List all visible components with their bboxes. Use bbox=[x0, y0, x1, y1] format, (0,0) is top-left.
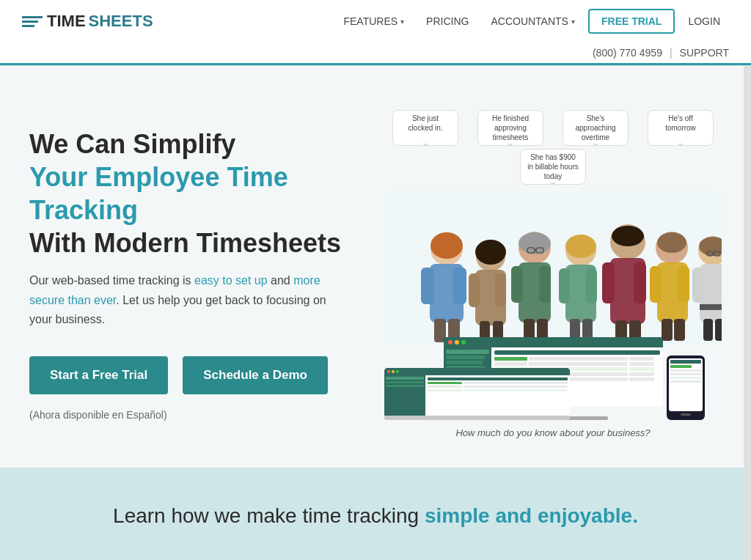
chevron-down-icon: ▾ bbox=[400, 18, 404, 26]
svg-rect-12 bbox=[495, 273, 506, 307]
bubble-3: She's approaching overtime bbox=[563, 110, 629, 146]
separator: | bbox=[670, 47, 673, 59]
devices-caption: How much do you know about your business… bbox=[455, 427, 650, 438]
nav-secondary: (800) 770 4959 | SUPPORT bbox=[0, 43, 751, 65]
svg-rect-35 bbox=[602, 262, 615, 303]
scrollbar[interactable] bbox=[744, 0, 751, 560]
calendar-clock-icon bbox=[452, 557, 487, 560]
hero-description: Our web-based time tracking is easy to s… bbox=[29, 271, 337, 329]
svg-rect-52 bbox=[692, 268, 703, 303]
logo-text-sheets: SHEETS bbox=[89, 12, 153, 31]
svg-rect-21 bbox=[511, 266, 523, 303]
svg-point-40 bbox=[657, 232, 686, 253]
bubble-5: She has $900 in billable hours today bbox=[520, 149, 586, 185]
svg-rect-28 bbox=[559, 268, 570, 303]
logo-text-time: TIME bbox=[47, 12, 86, 31]
svg-rect-42 bbox=[650, 266, 662, 303]
spanish-note: (Ahora disponible en Español) bbox=[29, 409, 355, 421]
logo-icon bbox=[22, 10, 43, 33]
bubble-2: He finished approving timesheets bbox=[477, 110, 543, 146]
nav-features[interactable]: FEATURES ▾ bbox=[334, 10, 413, 33]
svg-point-2 bbox=[431, 232, 463, 259]
logo[interactable]: TIMESHEETS bbox=[22, 10, 153, 33]
user-icon bbox=[358, 557, 393, 560]
top-navigation: TIMESHEETS FEATURES ▾ PRICING ACCOUNTANT… bbox=[0, 0, 751, 66]
bottom-section: Learn how we make time tracking simple a… bbox=[0, 468, 751, 560]
easy-setup-link[interactable]: easy to set up bbox=[194, 274, 268, 287]
svg-rect-11 bbox=[469, 273, 480, 307]
nav-pricing[interactable]: PRICING bbox=[417, 10, 477, 33]
hero-section: We Can Simplify Your Employee Time Track… bbox=[0, 66, 751, 468]
free-trial-button[interactable]: FREE TRIAL bbox=[588, 9, 675, 34]
hero-title: We Can Simplify Your Employee Time Track… bbox=[29, 128, 355, 259]
feature-item-2 bbox=[358, 557, 393, 560]
people-illustration bbox=[384, 191, 722, 345]
chevron-down-icon-2: ▾ bbox=[571, 18, 575, 26]
speech-bubbles-container: She just clocked in. He finished approvi… bbox=[384, 110, 722, 185]
svg-rect-53 bbox=[700, 304, 722, 310]
svg-rect-36 bbox=[634, 262, 646, 303]
start-trial-button[interactable]: Start a Free Trial bbox=[29, 356, 168, 394]
hero-buttons: Start a Free Trial Schedule a Demo bbox=[29, 356, 355, 394]
svg-point-33 bbox=[612, 226, 644, 246]
hero-content-right: She just clocked in. He finished approvi… bbox=[384, 110, 722, 438]
support-link[interactable]: SUPPORT bbox=[680, 47, 729, 59]
nav-links: FEATURES ▾ PRICING ACCOUNTANTS ▾ FREE TR… bbox=[334, 9, 729, 34]
svg-rect-4 bbox=[421, 268, 434, 304]
svg-rect-22 bbox=[539, 266, 551, 303]
svg-rect-43 bbox=[678, 266, 689, 303]
svg-rect-29 bbox=[586, 268, 597, 303]
svg-point-9 bbox=[475, 240, 506, 265]
login-link[interactable]: LOGIN bbox=[679, 10, 729, 33]
bottom-title: Learn how we make time tracking simple a… bbox=[29, 504, 722, 528]
phone-number[interactable]: (800) 770 4959 bbox=[593, 47, 662, 59]
phone-mockup bbox=[667, 355, 705, 420]
schedule-demo-button[interactable]: Schedule a Demo bbox=[183, 356, 328, 394]
devices-area bbox=[384, 337, 722, 420]
feature-item-3 bbox=[452, 557, 487, 560]
svg-point-26 bbox=[565, 235, 596, 258]
bubble-1: She just clocked in. bbox=[392, 110, 458, 146]
features-row bbox=[29, 557, 722, 560]
feature-item-1 bbox=[264, 557, 299, 560]
nav-accountants[interactable]: ACCOUNTANTS ▾ bbox=[482, 10, 584, 33]
svg-rect-5 bbox=[453, 268, 466, 304]
bubble-4: He's off tomorrow bbox=[648, 110, 714, 146]
hero-content-left: We Can Simplify Your Employee Time Track… bbox=[29, 128, 355, 420]
clock-icon bbox=[264, 557, 299, 560]
